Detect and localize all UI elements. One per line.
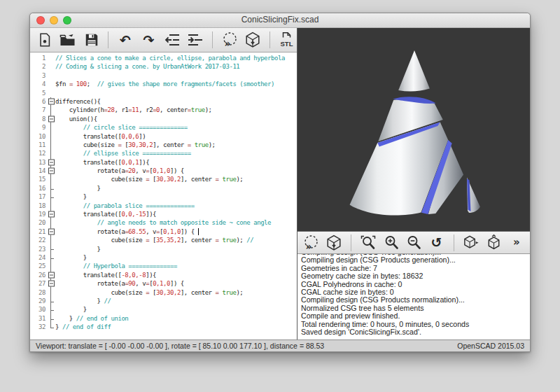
code-editor[interactable]: 1// Slices a cone to make a circle, elli…	[30, 52, 297, 340]
view-perspective-button[interactable]	[462, 233, 480, 253]
fold-margin	[47, 305, 55, 314]
new-file-button[interactable]	[34, 30, 55, 50]
code-line: 24 }	[30, 253, 297, 262]
overflow-button[interactable]: »	[507, 233, 526, 253]
fold-margin	[47, 323, 55, 331]
code-line: 10 translate([0,0,6])	[30, 132, 297, 141]
app-version-text: OpenSCAD 2015.03	[457, 342, 524, 350]
window-title: ConicSlicingFix.scad	[30, 15, 530, 24]
fold-toggle[interactable]	[47, 279, 55, 288]
line-number: 27	[30, 279, 47, 288]
indent-button[interactable]	[185, 30, 205, 50]
line-number: 31	[30, 314, 47, 323]
code-line: 20 // angle needs to match opposite side…	[30, 218, 297, 227]
fold-margin	[47, 175, 55, 183]
line-number: 18	[30, 202, 47, 210]
view-orthogonal-button[interactable]	[484, 233, 503, 253]
fold-toggle[interactable]	[47, 271, 55, 279]
viewport-toolbar: »↺»	[298, 231, 530, 254]
code-line: 27 rotate(a=90, v=[0,1,0]) {	[30, 279, 297, 288]
zoom-out-icon	[405, 234, 423, 252]
code-line: 16 }	[30, 184, 297, 192]
code-line: 2// Coding & slicing a cone. by UrbanAtW…	[30, 62, 297, 71]
redo-button[interactable]: ↷	[139, 30, 159, 50]
line-number: 1	[30, 54, 47, 62]
code-line: 18 // parabola slice ==============	[30, 202, 297, 210]
fold-toggle[interactable]	[47, 97, 55, 106]
zoom-out-button[interactable]	[405, 233, 423, 253]
line-number: 21	[30, 227, 47, 236]
code-line: 21 rotate(a=68.55, v=[0,1,0]) {	[30, 227, 297, 236]
line-number: 19	[30, 210, 47, 218]
code-line: 12 // ellipse slice ==============	[30, 149, 297, 158]
fold-margin	[47, 123, 55, 132]
zoom-in-button[interactable]	[382, 233, 400, 253]
code-line: 22 cube(size = [35,35,2], center = true)…	[30, 236, 297, 244]
title-bar[interactable]: ConicSlicingFix.scad	[30, 13, 530, 28]
preview-button[interactable]: »	[219, 30, 239, 50]
render-button[interactable]	[242, 30, 262, 50]
undo-button[interactable]: ↶	[115, 30, 135, 50]
fold-toggle[interactable]	[47, 115, 55, 123]
export-stl-icon: STL	[277, 31, 295, 49]
fold-toggle[interactable]	[47, 167, 55, 175]
line-number: 30	[30, 305, 47, 314]
line-number: 14	[30, 167, 47, 175]
line-number: 9	[30, 123, 47, 132]
fold-toggle[interactable]	[47, 210, 55, 218]
fold-margin	[47, 141, 55, 149]
console-line: Saved design 'ConicSlicingFix.scad'.	[301, 328, 530, 336]
toolbar-separator	[270, 31, 270, 48]
redo-icon: ↷	[143, 34, 154, 47]
main-toolbar: ↶↷»STL	[30, 28, 297, 52]
indent-icon	[187, 32, 204, 48]
export-stl-button[interactable]: STL	[276, 30, 297, 50]
preview-button[interactable]: »	[302, 233, 320, 253]
zoom-all-button[interactable]	[359, 233, 377, 253]
text-cursor	[198, 228, 199, 235]
unindent-button[interactable]	[162, 30, 182, 50]
render-button[interactable]	[324, 233, 342, 253]
fold-margin	[47, 149, 55, 158]
fold-margin	[47, 245, 55, 253]
console-line: Compile and preview finished.	[301, 312, 530, 320]
new-file-icon	[37, 31, 52, 48]
view-orthogonal-icon	[485, 234, 503, 251]
fold-toggle[interactable]	[47, 158, 55, 167]
code-line: 7 cylinder(h=28, r1=11, r2=0, center=tru…	[30, 106, 297, 114]
3d-viewport[interactable]	[298, 28, 530, 231]
fold-margin	[47, 314, 55, 323]
fold-margin	[47, 297, 55, 305]
line-number: 15	[30, 175, 47, 183]
reset-view-icon: ↺	[430, 236, 442, 249]
cone-3d-render	[298, 28, 530, 231]
line-number: 28	[30, 288, 47, 297]
toolbar-separator	[351, 234, 351, 251]
fold-margin	[47, 184, 55, 192]
reset-view-button[interactable]: ↺	[427, 233, 445, 253]
console-output[interactable]: Compiling design (CSG Tree generation)..…	[298, 254, 530, 340]
fold-toggle[interactable]	[47, 227, 55, 236]
status-bar: Viewport: translate = [ -0.00 -0.00 -0.0…	[30, 340, 530, 351]
fold-margin	[47, 253, 55, 262]
code-line: 6difference(){	[30, 97, 297, 106]
save-file-button[interactable]	[81, 30, 102, 50]
code-line: 29 } //	[30, 297, 297, 305]
line-number: 7	[30, 106, 47, 114]
fold-margin	[47, 62, 55, 71]
code-line: 11 cube(size = [30,30,2], center = true)…	[30, 141, 297, 149]
line-number: 3	[30, 71, 47, 80]
fold-margin	[47, 89, 55, 97]
code-line: 14 rotate(a=20, v=[0,1,0]) {	[30, 167, 297, 175]
fold-margin	[47, 262, 55, 270]
code-line: 23 }	[30, 245, 297, 253]
unindent-icon	[164, 32, 181, 48]
open-file-button[interactable]	[57, 30, 78, 50]
overflow-icon: »	[513, 237, 520, 248]
render-icon	[244, 31, 262, 49]
code-line: 26 translate([-8,0,-8]){	[30, 271, 297, 279]
fold-margin	[47, 54, 55, 62]
viewport-status-text: Viewport: translate = [ -0.00 -0.00 -0.0…	[36, 342, 324, 350]
zoom-in-icon	[382, 234, 400, 252]
render-icon	[325, 234, 343, 252]
